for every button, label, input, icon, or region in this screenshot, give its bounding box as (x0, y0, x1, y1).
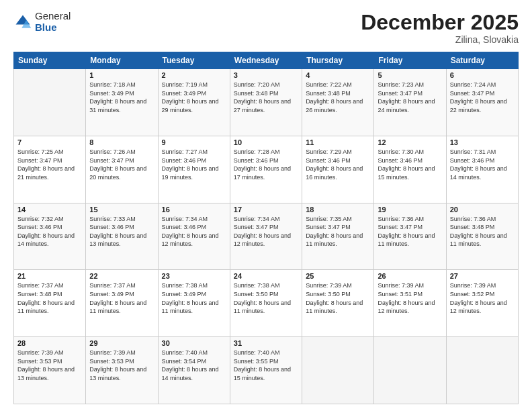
day-number: 22 (89, 272, 154, 280)
header: General Blue December 2025 Zilina, Slova… (13, 11, 519, 45)
calendar-cell: 19Sunrise: 7:36 AMSunset: 3:47 PMDayligh… (374, 203, 446, 270)
day-info: Sunrise: 7:39 AMSunset: 3:52 PMDaylight:… (450, 282, 507, 314)
calendar-cell: 23Sunrise: 7:38 AMSunset: 3:49 PMDayligh… (158, 270, 230, 337)
header-monday: Monday (86, 52, 158, 69)
day-info: Sunrise: 7:29 AMSunset: 3:46 PMDaylight:… (306, 148, 363, 181)
day-info: Sunrise: 7:37 AMSunset: 3:48 PMDaylight:… (17, 282, 75, 314)
day-info: Sunrise: 7:31 AMSunset: 3:46 PMDaylight:… (450, 148, 507, 181)
day-info: Sunrise: 7:37 AMSunset: 3:49 PMDaylight:… (89, 282, 146, 314)
day-number: 19 (378, 205, 442, 214)
day-info: Sunrise: 7:40 AMSunset: 3:54 PMDaylight:… (162, 349, 219, 381)
calendar-cell: 11Sunrise: 7:29 AMSunset: 3:46 PMDayligh… (302, 136, 374, 203)
day-number: 4 (306, 71, 370, 79)
day-number: 23 (162, 272, 226, 280)
calendar-header-row: SundayMondayTuesdayWednesdayThursdayFrid… (14, 52, 519, 69)
day-number: 28 (17, 339, 82, 347)
calendar-cell: 15Sunrise: 7:33 AMSunset: 3:46 PMDayligh… (86, 203, 158, 270)
calendar-cell: 4Sunrise: 7:22 AMSunset: 3:48 PMDaylight… (302, 69, 374, 136)
day-number: 15 (89, 205, 154, 214)
calendar-cell: 16Sunrise: 7:34 AMSunset: 3:46 PMDayligh… (158, 203, 230, 270)
calendar-cell (446, 337, 518, 404)
day-info: Sunrise: 7:28 AMSunset: 3:46 PMDaylight:… (234, 148, 291, 181)
calendar-cell: 12Sunrise: 7:30 AMSunset: 3:46 PMDayligh… (374, 136, 446, 203)
day-info: Sunrise: 7:38 AMSunset: 3:49 PMDaylight:… (162, 282, 219, 314)
header-wednesday: Wednesday (230, 52, 302, 69)
day-info: Sunrise: 7:34 AMSunset: 3:46 PMDaylight:… (162, 216, 219, 248)
day-number: 1 (89, 71, 154, 79)
title-block: December 2025 Zilina, Slovakia (361, 11, 519, 45)
day-info: Sunrise: 7:38 AMSunset: 3:50 PMDaylight:… (234, 282, 291, 314)
day-info: Sunrise: 7:39 AMSunset: 3:53 PMDaylight:… (89, 349, 146, 381)
day-number: 14 (17, 205, 82, 214)
logo-icon (13, 13, 32, 32)
day-number: 17 (234, 205, 298, 214)
day-info: Sunrise: 7:32 AMSunset: 3:46 PMDaylight:… (17, 216, 75, 248)
calendar-cell: 21Sunrise: 7:37 AMSunset: 3:48 PMDayligh… (14, 270, 86, 337)
location-subtitle: Zilina, Slovakia (361, 34, 519, 45)
calendar-cell (374, 337, 446, 404)
day-info: Sunrise: 7:36 AMSunset: 3:47 PMDaylight:… (378, 216, 435, 248)
day-info: Sunrise: 7:24 AMSunset: 3:47 PMDaylight:… (450, 81, 507, 113)
day-number: 29 (89, 339, 154, 347)
day-info: Sunrise: 7:39 AMSunset: 3:51 PMDaylight:… (378, 282, 435, 314)
day-number: 20 (450, 205, 515, 214)
day-number: 25 (306, 272, 370, 280)
day-info: Sunrise: 7:27 AMSunset: 3:46 PMDaylight:… (162, 148, 219, 181)
day-number: 31 (234, 339, 298, 347)
day-number: 24 (234, 272, 298, 280)
day-number: 11 (306, 138, 370, 146)
day-number: 27 (450, 272, 515, 280)
calendar-cell: 26Sunrise: 7:39 AMSunset: 3:51 PMDayligh… (374, 270, 446, 337)
month-title: December 2025 (361, 11, 519, 34)
calendar-cell: 5Sunrise: 7:23 AMSunset: 3:47 PMDaylight… (374, 69, 446, 136)
calendar-cell: 8Sunrise: 7:26 AMSunset: 3:47 PMDaylight… (86, 136, 158, 203)
calendar-cell: 9Sunrise: 7:27 AMSunset: 3:46 PMDaylight… (158, 136, 230, 203)
day-info: Sunrise: 7:40 AMSunset: 3:55 PMDaylight:… (234, 349, 291, 381)
day-info: Sunrise: 7:35 AMSunset: 3:47 PMDaylight:… (306, 216, 363, 248)
day-info: Sunrise: 7:26 AMSunset: 3:47 PMDaylight:… (89, 148, 146, 181)
calendar-cell: 29Sunrise: 7:39 AMSunset: 3:53 PMDayligh… (86, 337, 158, 404)
calendar-cell (14, 69, 86, 136)
calendar-cell: 28Sunrise: 7:39 AMSunset: 3:53 PMDayligh… (14, 337, 86, 404)
day-number: 16 (162, 205, 226, 214)
header-saturday: Saturday (446, 52, 518, 69)
calendar-cell: 13Sunrise: 7:31 AMSunset: 3:46 PMDayligh… (446, 136, 518, 203)
logo-general-text: General (35, 11, 71, 22)
day-info: Sunrise: 7:20 AMSunset: 3:48 PMDaylight:… (234, 81, 291, 113)
calendar-cell: 3Sunrise: 7:20 AMSunset: 3:48 PMDaylight… (230, 69, 302, 136)
calendar-cell (302, 337, 374, 404)
calendar-week-1: 7Sunrise: 7:25 AMSunset: 3:47 PMDaylight… (14, 136, 519, 203)
calendar-week-2: 14Sunrise: 7:32 AMSunset: 3:46 PMDayligh… (14, 203, 519, 270)
calendar-cell: 25Sunrise: 7:39 AMSunset: 3:50 PMDayligh… (302, 270, 374, 337)
calendar-week-0: 1Sunrise: 7:18 AMSunset: 3:49 PMDaylight… (14, 69, 519, 136)
calendar-cell: 20Sunrise: 7:36 AMSunset: 3:48 PMDayligh… (446, 203, 518, 270)
day-info: Sunrise: 7:36 AMSunset: 3:48 PMDaylight:… (450, 216, 507, 248)
day-number: 7 (17, 138, 82, 146)
calendar-cell: 2Sunrise: 7:19 AMSunset: 3:49 PMDaylight… (158, 69, 230, 136)
calendar-cell: 18Sunrise: 7:35 AMSunset: 3:47 PMDayligh… (302, 203, 374, 270)
day-info: Sunrise: 7:23 AMSunset: 3:47 PMDaylight:… (378, 81, 435, 113)
calendar-cell: 1Sunrise: 7:18 AMSunset: 3:49 PMDaylight… (86, 69, 158, 136)
day-number: 13 (450, 138, 515, 146)
header-tuesday: Tuesday (158, 52, 230, 69)
calendar-cell: 31Sunrise: 7:40 AMSunset: 3:55 PMDayligh… (230, 337, 302, 404)
day-number: 30 (162, 339, 226, 347)
calendar-week-3: 21Sunrise: 7:37 AMSunset: 3:48 PMDayligh… (14, 270, 519, 337)
calendar-week-4: 28Sunrise: 7:39 AMSunset: 3:53 PMDayligh… (14, 337, 519, 404)
header-sunday: Sunday (14, 52, 86, 69)
calendar-table: SundayMondayTuesdayWednesdayThursdayFrid… (13, 52, 519, 404)
calendar-cell: 14Sunrise: 7:32 AMSunset: 3:46 PMDayligh… (14, 203, 86, 270)
day-number: 18 (306, 205, 370, 214)
day-info: Sunrise: 7:33 AMSunset: 3:46 PMDaylight:… (89, 216, 146, 248)
day-number: 8 (89, 138, 154, 146)
logo-blue-text: Blue (35, 22, 71, 34)
day-number: 10 (234, 138, 298, 146)
calendar-cell: 7Sunrise: 7:25 AMSunset: 3:47 PMDaylight… (14, 136, 86, 203)
day-number: 9 (162, 138, 226, 146)
header-friday: Friday (374, 52, 446, 69)
day-number: 5 (378, 71, 442, 79)
day-number: 12 (378, 138, 442, 146)
day-number: 3 (234, 71, 298, 79)
calendar-cell: 22Sunrise: 7:37 AMSunset: 3:49 PMDayligh… (86, 270, 158, 337)
calendar-cell: 17Sunrise: 7:34 AMSunset: 3:47 PMDayligh… (230, 203, 302, 270)
